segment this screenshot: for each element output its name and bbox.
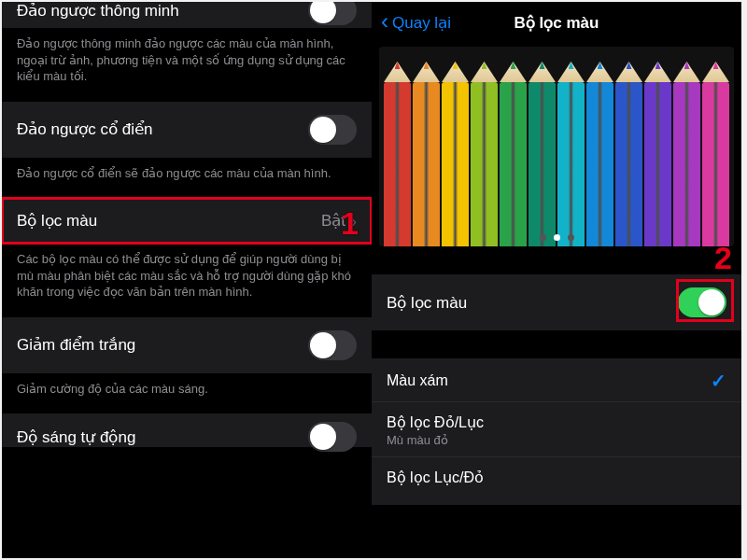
reduce-white-point-toggle[interactable] (308, 330, 357, 360)
reduce-white-point-description: Giảm cường độ của các màu sáng. (2, 373, 372, 414)
pencil-icon (673, 82, 700, 246)
classic-invert-label: Đảo ngược cổ điển (17, 119, 308, 139)
page-dots (379, 234, 734, 241)
color-filters-row[interactable]: Bộ lọc màu Bật › (2, 198, 372, 244)
pencil-icon (442, 82, 469, 246)
smart-invert-row[interactable]: Đảo ngược thông minh (2, 2, 372, 28)
reduce-white-point-label: Giảm điểm trắng (17, 335, 308, 355)
color-filters-description: Các bộ lọc màu có thể được sử dụng để gi… (2, 244, 372, 317)
filter-option-label: Bộ lọc Đỏ/Lục (387, 413, 484, 431)
pencil-icon (529, 82, 556, 246)
filter-option-label: Bộ lọc Lục/Đỏ (387, 469, 484, 486)
pencil-icon (384, 82, 411, 246)
color-filters-label: Bộ lọc màu (17, 211, 321, 231)
classic-invert-toggle[interactable] (308, 115, 357, 145)
auto-brightness-toggle[interactable] (308, 422, 357, 452)
back-label: Quay lại (392, 13, 451, 33)
smart-invert-toggle[interactable] (308, 2, 357, 25)
checkmark-icon: ✓ (711, 370, 726, 392)
filter-option-sublabel: Mù màu đỏ (387, 433, 484, 447)
auto-brightness-label: Độ sáng tự động (17, 427, 135, 447)
pencil-icon (702, 82, 729, 246)
auto-brightness-row[interactable]: Độ sáng tự động (2, 413, 372, 447)
smart-invert-label: Đảo ngược thông minh (17, 2, 179, 21)
annotation-callout-1: 1 (341, 205, 359, 242)
pencil-icon (557, 82, 585, 246)
settings-display-accommodations-pane: Đảo ngược thông minh Đảo ngược thông min… (2, 2, 372, 558)
reduce-white-point-row[interactable]: Giảm điểm trắng (2, 317, 372, 373)
color-filters-pane: ‹ Quay lại Bộ lọc màu Bộ lọc màu 2 Màu x… (372, 2, 741, 558)
pencil-icon (615, 82, 642, 246)
filter-option-green-red[interactable]: Bộ lọc Lục/Đỏ (372, 456, 741, 505)
annotation-callout-2: 2 (714, 240, 732, 276)
color-filters-toggle[interactable] (678, 287, 726, 317)
page-dot[interactable] (568, 234, 574, 241)
filter-option-grayscale[interactable]: Màu xám ✓ (372, 358, 741, 401)
filter-option-red-green[interactable]: Bộ lọc Đỏ/Lục Mù màu đỏ (372, 401, 741, 456)
color-filters-toggle-label: Bộ lọc màu (387, 293, 678, 313)
color-preview-carousel[interactable] (379, 47, 734, 246)
classic-invert-row[interactable]: Đảo ngược cổ điển (2, 102, 372, 158)
page-dot[interactable] (554, 234, 560, 241)
pencil-icon (644, 82, 671, 246)
pencil-icon (471, 82, 498, 246)
page-dot[interactable] (540, 234, 546, 241)
pencil-icon (413, 82, 440, 246)
pencil-icon (586, 82, 613, 246)
pencil-icon (500, 82, 527, 246)
back-button[interactable]: ‹ Quay lại (381, 12, 451, 33)
filter-options-group: Màu xám ✓ Bộ lọc Đỏ/Lục Mù màu đỏ Bộ lọc… (372, 358, 741, 505)
chevron-left-icon: ‹ (381, 10, 388, 33)
classic-invert-description: Đảo ngược cổ điển sẽ đảo ngược các màu c… (2, 158, 372, 199)
pencil-row (379, 82, 734, 246)
color-filters-toggle-row[interactable]: Bộ lọc màu (372, 274, 741, 330)
smart-invert-description: Đảo ngược thông minh đảo ngược các màu c… (2, 28, 372, 102)
filter-option-label: Màu xám (387, 372, 448, 389)
nav-header: ‹ Quay lại Bộ lọc màu (372, 2, 741, 43)
